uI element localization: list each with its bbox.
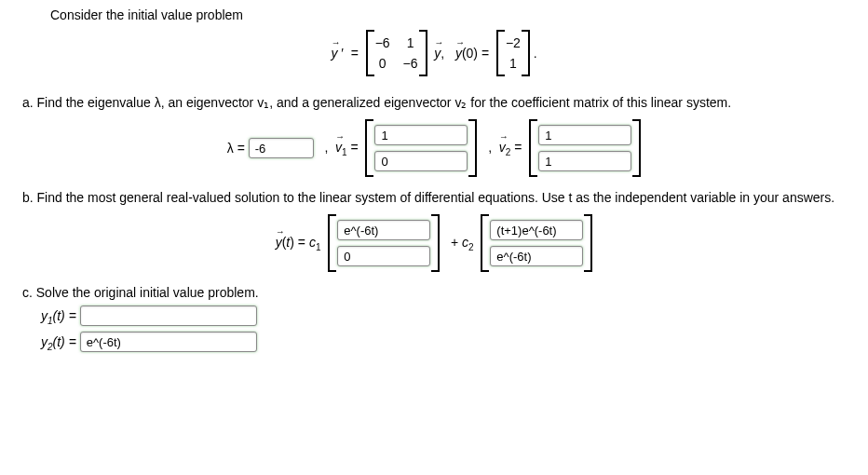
lambda-label: λ = xyxy=(227,141,245,156)
v2-row2-input[interactable] xyxy=(538,151,631,171)
intro-text: Consider the initial value problem xyxy=(50,7,243,22)
part-a: a. Find the eigenvalue λ, an eigenvector… xyxy=(13,95,855,177)
solution-col1 xyxy=(328,214,440,272)
ivp-equation: y ′ = −6 0 1 −6 y, y(0) = −2 1 . xyxy=(13,30,855,76)
v1-row1-input[interactable] xyxy=(374,125,468,145)
sol2-row1-input[interactable] xyxy=(490,220,583,240)
part-c-text: c. Solve the original initial value prob… xyxy=(22,285,855,300)
solution-col2 xyxy=(481,214,592,272)
initial-vector: −2 1 xyxy=(496,30,530,76)
y2-input[interactable] xyxy=(80,332,257,352)
part-c: c. Solve the original initial value prob… xyxy=(13,285,855,352)
A22: −6 xyxy=(403,56,418,71)
problem-intro: Consider the initial value problem xyxy=(50,7,855,22)
v1-row2-input[interactable] xyxy=(374,151,468,171)
y2-label: y2(t) = xyxy=(41,334,76,349)
coefficient-matrix: −6 0 1 −6 xyxy=(366,30,427,76)
sol1-row2-input[interactable] xyxy=(337,246,430,266)
part-b-text: b. Find the most general real-valued sol… xyxy=(22,190,855,205)
y1-label: y1(t) = xyxy=(41,308,76,323)
v1-vector xyxy=(365,119,477,177)
A21: 0 xyxy=(375,56,390,71)
y1-input[interactable] xyxy=(80,305,257,326)
sol1-row1-input[interactable] xyxy=(337,220,430,240)
part-a-text: a. Find the eigenvalue λ, an eigenvector… xyxy=(22,95,855,110)
v2-vector xyxy=(529,119,641,177)
y0-2: 1 xyxy=(506,56,521,71)
v2-row1-input[interactable] xyxy=(538,125,631,145)
part-b: b. Find the most general real-valued sol… xyxy=(13,190,855,272)
A12: 1 xyxy=(403,35,418,50)
sol2-row2-input[interactable] xyxy=(490,246,583,266)
lambda-input[interactable] xyxy=(249,138,314,158)
y0-1: −2 xyxy=(506,35,521,50)
A11: −6 xyxy=(375,35,390,50)
